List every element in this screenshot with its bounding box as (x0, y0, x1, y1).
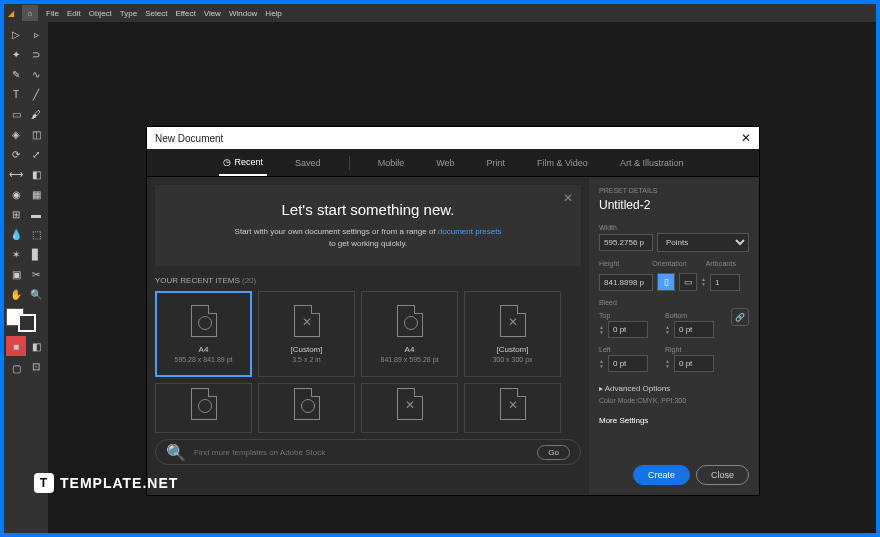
graph-tool[interactable]: ▊ (26, 244, 46, 264)
artboards-input[interactable] (710, 274, 740, 291)
bleed-right-input[interactable] (674, 355, 714, 372)
menu-help[interactable]: Help (265, 9, 281, 18)
tab-recent[interactable]: ◷Recent (219, 149, 268, 176)
eraser-tool[interactable]: ◫ (26, 124, 46, 144)
document-icon (500, 388, 526, 420)
pen-tool[interactable]: ✎ (6, 64, 26, 84)
direct-selection-tool[interactable]: ▹ (26, 24, 46, 44)
artboard-tool[interactable]: ▣ (6, 264, 26, 284)
screen-mode[interactable]: ▢ (6, 358, 26, 378)
template-search: 🔍 Go (155, 439, 581, 465)
free-transform-tool[interactable]: ◧ (26, 164, 46, 184)
new-document-dialog: New Document ✕ ◷Recent Saved Mobile Web … (146, 126, 760, 496)
document-icon (500, 305, 526, 337)
watermark-badge-icon: T (34, 473, 54, 493)
color-mode-info: Color Mode:CMYK, PPI:300 (599, 397, 749, 404)
preset-details-heading: PRESET DETAILS (599, 187, 749, 194)
go-button[interactable]: Go (537, 445, 570, 460)
clock-icon: ◷ (223, 157, 231, 167)
document-name[interactable]: Untitled-2 (599, 198, 749, 212)
perspective-tool[interactable]: ▦ (26, 184, 46, 204)
more-settings-link[interactable]: More Settings (599, 416, 749, 425)
bleed-top-input[interactable] (608, 321, 648, 338)
gradient-tool[interactable]: ▬ (26, 204, 46, 224)
line-tool[interactable]: ╱ (26, 84, 46, 104)
menu-view[interactable]: View (204, 9, 221, 18)
selection-tool[interactable]: ▷ (6, 24, 26, 44)
tab-film-video[interactable]: Film & Video (533, 149, 592, 176)
dialog-close-button[interactable]: ✕ (741, 131, 751, 145)
hero-title: Let's start something new. (179, 201, 557, 218)
stroke-swatch[interactable] (18, 314, 36, 332)
document-icon (397, 305, 423, 337)
gradient-mode[interactable]: ◧ (26, 336, 46, 356)
shaper-tool[interactable]: ◈ (6, 124, 26, 144)
hero-close-button[interactable]: ✕ (563, 191, 573, 205)
tab-web[interactable]: Web (432, 149, 458, 176)
menu-object[interactable]: Object (89, 9, 112, 18)
home-button[interactable]: ⌂ (22, 5, 38, 21)
preset-custom-1[interactable]: [Custom] 3.5 x 2 in (258, 291, 355, 377)
hand-tool[interactable]: ✋ (6, 284, 26, 304)
tools-panel: ▷ ▹ ✦ ⊃ ✎ ∿ T ╱ ▭ 🖌 ◈ ◫ ⟳ ⤢ ⟷ ◧ ◉ ▦ ⊞ ▬ … (4, 22, 48, 380)
change-screen[interactable]: ⊡ (26, 356, 46, 376)
preset-item[interactable] (361, 383, 458, 433)
color-mode[interactable]: ■ (6, 336, 26, 356)
menu-edit[interactable]: Edit (67, 9, 81, 18)
document-icon (294, 388, 320, 420)
link-bleed-icon[interactable]: 🔗 (731, 308, 749, 326)
lasso-tool[interactable]: ⊃ (26, 44, 46, 64)
menu-window[interactable]: Window (229, 9, 257, 18)
preset-a4-portrait[interactable]: A4 595.28 x 841.89 pt (155, 291, 252, 377)
bleed-bottom-input[interactable] (674, 321, 714, 338)
menu-select[interactable]: Select (145, 9, 167, 18)
menu-effect[interactable]: Effect (175, 9, 195, 18)
width-input[interactable] (599, 234, 653, 251)
eyedropper-tool[interactable]: 💧 (6, 224, 26, 244)
tab-art-illustration[interactable]: Art & Illustration (616, 149, 688, 176)
advanced-options-toggle[interactable]: ▸ Advanced Options (599, 384, 749, 393)
rotate-tool[interactable]: ⟳ (6, 144, 26, 164)
blend-tool[interactable]: ⬚ (26, 224, 46, 244)
bleed-left-input[interactable] (608, 355, 648, 372)
slice-tool[interactable]: ✂ (26, 264, 46, 284)
magic-wand-tool[interactable]: ✦ (6, 44, 26, 64)
search-icon: 🔍 (166, 443, 186, 462)
menu-type[interactable]: Type (120, 9, 137, 18)
preset-a4-landscape[interactable]: A4 841.89 x 595.28 pt (361, 291, 458, 377)
preset-item[interactable] (464, 383, 561, 433)
document-icon (191, 305, 217, 337)
close-button[interactable]: Close (696, 465, 749, 485)
document-presets-link[interactable]: document presets (438, 227, 502, 236)
document-icon (397, 388, 423, 420)
search-input[interactable] (194, 448, 529, 457)
shape-builder-tool[interactable]: ◉ (6, 184, 26, 204)
dialog-title: New Document (155, 133, 223, 144)
tab-saved[interactable]: Saved (291, 149, 325, 176)
units-select[interactable]: Points (657, 233, 749, 252)
tab-print[interactable]: Print (483, 149, 510, 176)
orientation-portrait[interactable]: ▯ (657, 273, 675, 291)
create-button[interactable]: Create (633, 465, 690, 485)
symbol-sprayer-tool[interactable]: ✶ (6, 244, 26, 264)
height-input[interactable] (599, 274, 653, 291)
watermark: T TEMPLATE.NET (34, 473, 178, 493)
rectangle-tool[interactable]: ▭ (6, 104, 26, 124)
type-tool[interactable]: T (6, 84, 26, 104)
menu-bar: ◢ ⌂ File Edit Object Type Select Effect … (4, 4, 876, 22)
menu-file[interactable]: File (46, 9, 59, 18)
preset-custom-2[interactable]: [Custom] 300 x 300 px (464, 291, 561, 377)
artboards-stepper[interactable]: ▲▼ (701, 277, 706, 287)
document-icon (294, 305, 320, 337)
tab-mobile[interactable]: Mobile (374, 149, 409, 176)
paintbrush-tool[interactable]: 🖌 (26, 104, 46, 124)
scale-tool[interactable]: ⤢ (26, 144, 46, 164)
app-logo: ◢ (8, 9, 14, 18)
preset-item[interactable] (155, 383, 252, 433)
preset-item[interactable] (258, 383, 355, 433)
curvature-tool[interactable]: ∿ (26, 64, 46, 84)
orientation-landscape[interactable]: ▭ (679, 273, 697, 291)
width-tool[interactable]: ⟷ (6, 164, 26, 184)
mesh-tool[interactable]: ⊞ (6, 204, 26, 224)
zoom-tool[interactable]: 🔍 (26, 284, 46, 304)
